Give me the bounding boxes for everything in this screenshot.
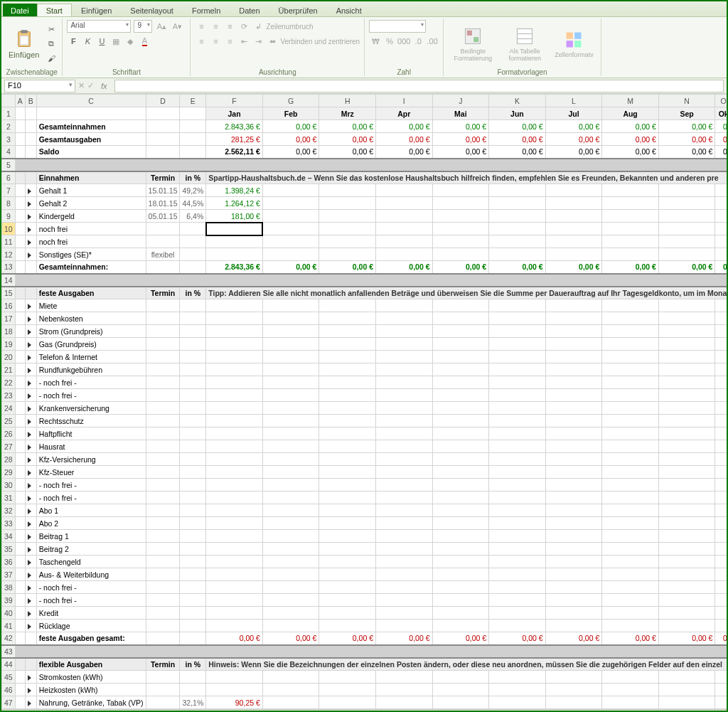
row-header-37[interactable]: 37 xyxy=(2,568,16,581)
cut-button[interactable]: ✂ xyxy=(45,23,58,36)
row-header-23[interactable]: 23 xyxy=(2,389,16,402)
paste-button[interactable]: Einfügen xyxy=(6,28,42,60)
col-header-F[interactable]: F xyxy=(206,95,263,107)
row-header-40[interactable]: 40 xyxy=(2,607,16,620)
col-header-K[interactable]: K xyxy=(489,95,546,107)
col-header-B[interactable]: B xyxy=(25,95,36,107)
row-header-18[interactable]: 18 xyxy=(2,325,16,338)
row-header-14[interactable]: 14 xyxy=(2,274,16,287)
row-header-9[interactable]: 9 xyxy=(2,210,16,223)
row-header-26[interactable]: 26 xyxy=(2,427,16,440)
row-header-8[interactable]: 8 xyxy=(2,197,16,210)
col-header-M[interactable]: M xyxy=(602,95,659,107)
col-header-D[interactable]: D xyxy=(146,95,180,107)
cell-styles-button[interactable]: Zellenformatv xyxy=(552,28,596,60)
tab-layout[interactable]: Seitenlayout xyxy=(121,4,183,16)
col-header-E[interactable]: E xyxy=(180,95,206,107)
name-box[interactable]: F10 xyxy=(4,80,75,92)
row-header-1[interactable]: 1 xyxy=(2,107,16,120)
align-center-button[interactable]: ≡ xyxy=(209,35,222,48)
row-header-16[interactable]: 16 xyxy=(2,299,16,312)
row-header-31[interactable]: 31 xyxy=(2,492,16,504)
col-header-G[interactable]: G xyxy=(262,95,319,107)
tab-view[interactable]: Ansicht xyxy=(327,4,371,16)
font-name-combo[interactable]: Arial xyxy=(67,20,131,33)
col-header-A[interactable]: A xyxy=(15,95,25,107)
row-header-15[interactable]: 15 xyxy=(2,287,16,299)
tab-insert[interactable]: Einfügen xyxy=(72,4,121,16)
row-header-10[interactable]: 10 xyxy=(2,223,16,235)
row-header-42[interactable]: 42 xyxy=(2,632,16,645)
tab-start[interactable]: Start xyxy=(37,4,72,16)
border-button[interactable]: ▦ xyxy=(109,35,122,48)
row-header-36[interactable]: 36 xyxy=(2,556,16,568)
row-header-6[interactable]: 6 xyxy=(2,171,16,184)
inc-decimal-button[interactable]: .0 xyxy=(412,35,424,48)
dec-decimal-button[interactable]: .00 xyxy=(426,35,439,48)
row-header-30[interactable]: 30 xyxy=(2,479,16,492)
row-header-2[interactable]: 2 xyxy=(2,120,16,133)
row-header-39[interactable]: 39 xyxy=(2,594,16,607)
row-header-20[interactable]: 20 xyxy=(2,351,16,363)
cancel-formula-icon[interactable]: ✕ xyxy=(78,81,85,90)
wrap-label[interactable]: Zeilenumbruch xyxy=(266,23,313,31)
row-header-32[interactable]: 32 xyxy=(2,504,16,517)
font-color-button[interactable]: A xyxy=(138,35,151,48)
row-header-22[interactable]: 22 xyxy=(2,376,16,389)
merge-label[interactable]: Verbinden und zentrieren xyxy=(280,38,360,46)
col-header-I[interactable]: I xyxy=(375,95,432,107)
row-header-44[interactable]: 44 xyxy=(2,658,16,671)
copy-button[interactable]: ⧉ xyxy=(45,38,58,51)
bold-button[interactable]: F xyxy=(67,35,80,48)
row-header-5[interactable]: 5 xyxy=(2,159,16,171)
row-header-41[interactable]: 41 xyxy=(2,620,16,632)
align-right-button[interactable]: ≡ xyxy=(223,35,236,48)
row-header-24[interactable]: 24 xyxy=(2,402,16,415)
row-header-17[interactable]: 17 xyxy=(2,312,16,325)
row-header-45[interactable]: 45 xyxy=(2,671,16,684)
comma-button[interactable]: 000 xyxy=(397,35,410,48)
accept-formula-icon[interactable]: ✓ xyxy=(87,81,94,90)
row-header-7[interactable]: 7 xyxy=(2,184,16,197)
tab-file[interactable]: Datei xyxy=(3,4,37,16)
percent-button[interactable]: % xyxy=(383,35,396,48)
italic-button[interactable]: K xyxy=(81,35,94,48)
row-header-27[interactable]: 27 xyxy=(2,440,16,453)
col-header-J[interactable]: J xyxy=(432,95,489,107)
shrink-font-button[interactable]: A▾ xyxy=(171,20,183,33)
row-header-12[interactable]: 12 xyxy=(2,248,16,261)
format-table-button[interactable]: Als Tabelle formatieren xyxy=(500,25,549,63)
col-header-L[interactable]: L xyxy=(545,95,602,107)
row-header-34[interactable]: 34 xyxy=(2,530,16,543)
number-format-combo[interactable] xyxy=(369,20,426,33)
cond-format-button[interactable]: Bedingte Formatierung xyxy=(448,25,498,63)
row-header-38[interactable]: 38 xyxy=(2,581,16,594)
col-header-N[interactable]: N xyxy=(658,95,715,107)
row-header-3[interactable]: 3 xyxy=(2,133,16,146)
row-header-19[interactable]: 19 xyxy=(2,338,16,351)
align-top-button[interactable]: ≡ xyxy=(195,20,208,33)
underline-button[interactable]: U xyxy=(95,35,108,48)
fill-color-button[interactable]: ◆ xyxy=(124,35,136,48)
tab-data[interactable]: Daten xyxy=(230,4,269,16)
worksheet[interactable]: ABCDEFGHIJKLMNO1JanFebMrzAprMaiJunJulAug… xyxy=(1,94,727,709)
indent-dec-button[interactable]: ⇤ xyxy=(237,35,250,48)
row-header-4[interactable]: 4 xyxy=(2,146,16,159)
formula-bar[interactable] xyxy=(114,80,724,92)
row-header-29[interactable]: 29 xyxy=(2,466,16,479)
col-header-H[interactable]: H xyxy=(319,95,376,107)
font-size-combo[interactable]: 9 xyxy=(134,20,152,33)
indent-inc-button[interactable]: ⇥ xyxy=(252,35,264,48)
row-header-43[interactable]: 43 xyxy=(2,645,16,658)
align-bot-button[interactable]: ≡ xyxy=(223,20,236,33)
row-header-25[interactable]: 25 xyxy=(2,415,16,427)
row-header-47[interactable]: 47 xyxy=(2,696,16,709)
grow-font-button[interactable]: A▴ xyxy=(155,20,168,33)
row-header-28[interactable]: 28 xyxy=(2,453,16,466)
row-header-33[interactable]: 33 xyxy=(2,517,16,530)
row-header-46[interactable]: 46 xyxy=(2,684,16,696)
align-left-button[interactable]: ≡ xyxy=(195,35,208,48)
currency-button[interactable]: ₩ xyxy=(369,35,382,48)
selected-cell[interactable] xyxy=(206,223,263,235)
tab-review[interactable]: Überprüfen xyxy=(269,4,327,16)
